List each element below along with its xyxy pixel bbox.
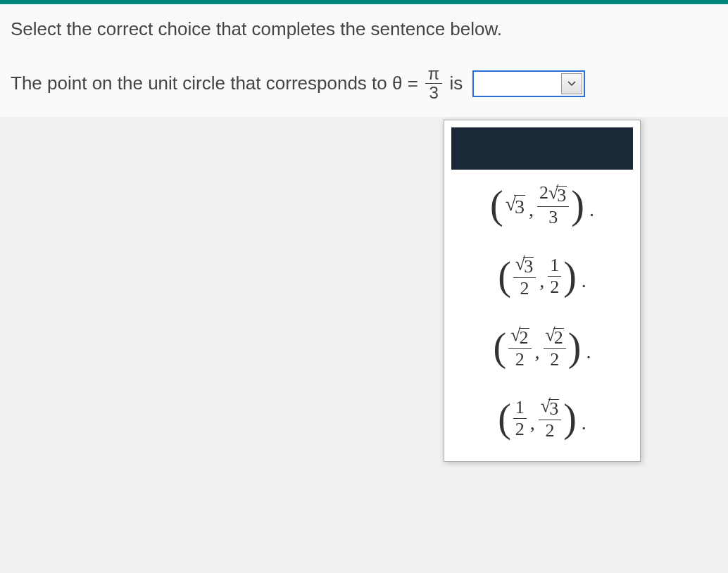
question-suffix: is: [449, 73, 463, 94]
fraction-denominator: 3: [426, 84, 441, 102]
theta-fraction: π 3: [425, 65, 443, 103]
dropdown-option-2[interactable]: ( √3 2 , 1 2 ) .: [451, 241, 633, 312]
dropdown-options-panel: ( √3 , 2√3 3 ) . ( √3 2 , 1 2 ) .: [444, 120, 641, 462]
question-prefix: The point on the unit circle that corres…: [11, 73, 418, 94]
question-sentence: The point on the unit circle that corres…: [11, 65, 717, 103]
fraction-numerator: π: [425, 65, 443, 84]
option-3-content: ( √2 2 , √2 2 ) .: [494, 325, 591, 370]
dropdown-option-blank[interactable]: [451, 127, 633, 170]
dropdown-option-4[interactable]: ( 1 2 , √3 2 ) .: [451, 383, 633, 454]
option-1-content: ( √3 , 2√3 3 ) .: [490, 182, 594, 228]
chevron-down-icon: [567, 81, 576, 87]
instruction-text: Select the correct choice that completes…: [11, 18, 717, 40]
dropdown-toggle-button[interactable]: [561, 73, 582, 94]
answer-dropdown[interactable]: [472, 70, 585, 97]
option-4-content: ( 1 2 , √3 2 ) .: [498, 396, 586, 441]
option-2-content: ( √3 2 , 1 2 ) .: [498, 253, 586, 299]
question-content: Select the correct choice that completes…: [0, 4, 728, 117]
dropdown-option-3[interactable]: ( √2 2 , √2 2 ) .: [451, 312, 633, 383]
dropdown-option-1[interactable]: ( √3 , 2√3 3 ) .: [451, 170, 633, 241]
